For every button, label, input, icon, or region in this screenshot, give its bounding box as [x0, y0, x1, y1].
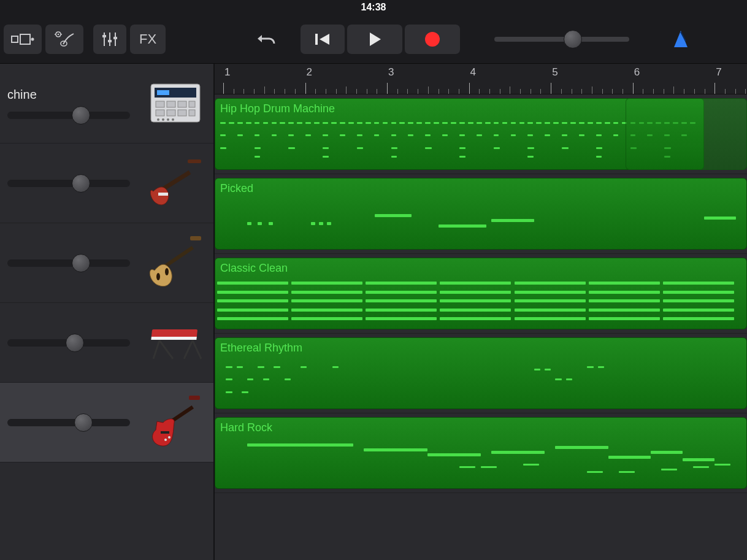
svg-rect-0 [12, 36, 18, 42]
svg-point-28 [167, 118, 169, 121]
track-volume-slider[interactable] [7, 180, 130, 187]
track-header-panel: chine [0, 64, 215, 560]
timeline-ruler[interactable]: 1234567 [215, 64, 747, 94]
svg-rect-12 [315, 34, 318, 45]
status-time: 14:38 [361, 2, 386, 12]
region-label: Ethereal Rhythm [220, 342, 741, 355]
track-volume-slider[interactable] [7, 419, 130, 426]
track-region-lane[interactable]: Hip Hop Drum Machine [215, 94, 747, 174]
svg-point-26 [157, 118, 159, 121]
svg-rect-38 [151, 337, 197, 340]
track-region-lane[interactable]: Picked [215, 174, 747, 254]
svg-point-13 [425, 32, 440, 47]
midi-region[interactable]: Ethereal Rhythm [215, 337, 747, 409]
track-region-lane[interactable]: Classic Clean [215, 254, 747, 334]
view-browser-button[interactable] [4, 25, 42, 54]
track-region-lane[interactable]: Hard Rock [215, 413, 747, 493]
midi-region[interactable]: Picked [215, 178, 747, 250]
track-volume-slider[interactable] [7, 339, 130, 347]
toolbar: FX [0, 15, 747, 64]
track-region-lane[interactable]: Ethereal Rhythm [215, 334, 747, 413]
track-header-row[interactable]: chine [0, 64, 213, 144]
play-button[interactable] [347, 25, 402, 54]
track-volume-thumb[interactable] [74, 413, 93, 432]
instrument-settings-button[interactable] [45, 25, 83, 54]
fx-label: FX [132, 31, 164, 47]
mixer-button[interactable] [93, 25, 126, 54]
svg-point-35 [156, 273, 160, 280]
svg-rect-19 [167, 101, 175, 107]
status-bar: 14:38 [0, 0, 747, 15]
svg-line-39 [153, 340, 159, 359]
svg-rect-30 [188, 159, 201, 163]
svg-rect-45 [161, 431, 169, 434]
svg-point-29 [172, 118, 174, 121]
master-volume-thumb[interactable] [564, 30, 582, 48]
keyboard-icon [145, 312, 206, 374]
svg-rect-17 [157, 90, 169, 95]
svg-rect-11 [113, 37, 117, 39]
svg-point-36 [165, 268, 169, 275]
midi-region[interactable]: Hard Rock [215, 417, 747, 489]
svg-rect-43 [189, 396, 200, 400]
svg-point-4 [58, 33, 59, 35]
svg-point-47 [164, 439, 167, 441]
rewind-button[interactable] [301, 25, 345, 54]
svg-rect-9 [108, 40, 112, 42]
svg-rect-25 [189, 110, 195, 116]
electric-guitar-icon [145, 392, 206, 453]
record-button[interactable] [405, 25, 460, 54]
midi-region-section[interactable] [626, 98, 747, 170]
region-label: Picked [220, 182, 741, 195]
svg-rect-37 [151, 329, 197, 338]
bass-guitar-icon [145, 153, 206, 214]
svg-rect-32 [158, 193, 168, 196]
track-volume-thumb[interactable] [66, 334, 84, 352]
track-header-row[interactable] [0, 223, 213, 303]
region-label: Hard Rock [220, 421, 741, 434]
track-header-row[interactable] [0, 144, 213, 223]
svg-rect-22 [156, 110, 164, 116]
svg-rect-18 [156, 101, 164, 107]
svg-line-40 [159, 340, 173, 359]
undo-button[interactable] [247, 25, 286, 54]
svg-rect-21 [189, 101, 195, 107]
track-header-row[interactable] [0, 303, 213, 383]
track-volume-thumb[interactable] [72, 254, 90, 272]
midi-region[interactable]: Classic Clean [215, 258, 747, 329]
svg-point-2 [31, 37, 34, 40]
timeline-area[interactable]: 1234567 Hip Hop Drum Machine Picked Clas… [215, 64, 747, 560]
track-header-row[interactable] [0, 383, 213, 462]
svg-rect-1 [20, 34, 30, 44]
semi-hollow-guitar-icon [145, 232, 206, 294]
track-volume-thumb[interactable] [72, 106, 90, 125]
drum-machine-icon [145, 73, 206, 134]
track-volume-slider[interactable] [7, 259, 130, 267]
track-name-label: chine [7, 88, 145, 102]
master-volume-slider[interactable] [494, 37, 629, 42]
metronome-button[interactable] [664, 25, 698, 54]
svg-point-27 [162, 118, 164, 121]
track-volume-thumb[interactable] [72, 174, 90, 193]
track-volume-slider[interactable] [7, 112, 130, 119]
svg-rect-24 [178, 110, 186, 116]
svg-point-46 [168, 436, 170, 439]
svg-rect-7 [102, 35, 106, 37]
fx-button[interactable]: FX [130, 25, 166, 54]
svg-rect-33 [190, 236, 201, 240]
svg-rect-23 [167, 110, 175, 116]
svg-line-42 [193, 340, 201, 359]
svg-rect-20 [178, 101, 186, 107]
region-label: Classic Clean [220, 262, 741, 275]
svg-line-41 [184, 340, 193, 359]
